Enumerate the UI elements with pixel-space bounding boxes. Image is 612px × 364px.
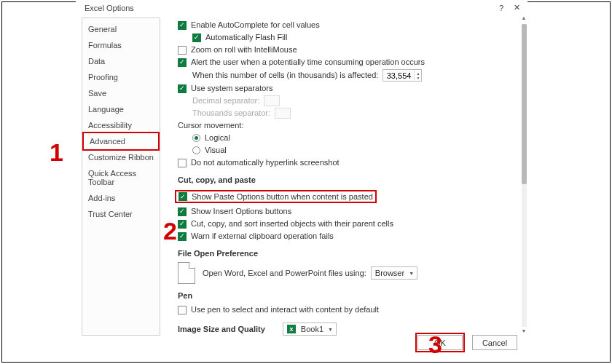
label-logical: Logical	[205, 132, 230, 143]
section-pen: Pen	[178, 291, 523, 300]
section-cut-copy-paste: Cut, copy, and paste	[178, 175, 523, 184]
sidebar-item-trust-center[interactable]: Trust Center	[82, 206, 160, 222]
input-decimal-separator	[264, 95, 280, 106]
sidebar-item-language[interactable]: Language	[82, 101, 160, 117]
spinner-arrows-icon[interactable]: ▲▼	[414, 70, 421, 81]
input-cells-affected[interactable]	[383, 70, 414, 81]
sidebar-item-proofing[interactable]: Proofing	[82, 69, 160, 85]
highlight-paste-options: Show Paste Options button when content i…	[175, 190, 377, 203]
radio-visual[interactable]	[192, 146, 200, 154]
sidebar-item-save[interactable]: Save	[82, 85, 160, 101]
label-visual: Visual	[205, 145, 227, 156]
excel-icon: X	[287, 325, 296, 333]
sidebar-item-accessibility[interactable]: Accessibility	[82, 117, 160, 133]
label-show-paste-options: Show Paste Options button when content i…	[192, 192, 373, 201]
sidebar-item-customize-ribbon[interactable]: Customize Ribbon	[82, 149, 160, 165]
dialog-title: Excel Options	[85, 4, 134, 12]
sidebar-item-quick-access-toolbar[interactable]: Quick Access Toolbar	[82, 165, 160, 190]
checkbox-show-insert-options[interactable]	[178, 207, 187, 216]
close-icon[interactable]: ✕	[514, 3, 520, 12]
checkbox-alert-time[interactable]	[178, 58, 187, 67]
annotation-1: 1	[50, 138, 63, 167]
scroll-down-icon[interactable]: ▼	[520, 328, 527, 336]
sidebar-item-formulas[interactable]: Formulas	[82, 37, 160, 53]
label-cursor-movement: Cursor movement:	[178, 120, 243, 131]
input-thousands-separator	[275, 108, 291, 119]
radio-logical[interactable]	[192, 134, 200, 142]
section-image-size-quality: Image Size and Quality	[178, 324, 265, 335]
label-use-pen: Use pen to select and interact with cont…	[191, 304, 379, 315]
scroll-up-icon[interactable]: ▲	[520, 15, 527, 23]
label-cut-copy-sort-objects: Cut, copy, and sort inserted objects wit…	[191, 218, 393, 229]
sidebar-item-data[interactable]: Data	[82, 53, 160, 69]
help-icon[interactable]: ?	[499, 4, 503, 12]
annotation-3: 3	[428, 331, 442, 359]
label-warn-external-clipboard: Warn if external clipboard operation fai…	[191, 231, 334, 242]
label-thousands-separator: Thousands separator:	[192, 108, 270, 119]
checkbox-system-separators[interactable]	[178, 84, 187, 93]
chevron-down-icon: ▼	[326, 324, 334, 335]
checkbox-zoom-roll[interactable]	[178, 46, 187, 55]
label-autocomplete: Enable AutoComplete for cell values	[191, 20, 320, 31]
sidebar: General Formulas Data Proofing Save Lang…	[82, 17, 160, 336]
dropdown-open-files-using[interactable]: Browser ▼	[371, 266, 417, 280]
spinner-cells-affected[interactable]: ▲▼	[382, 69, 422, 82]
dropdown-value: Browser	[375, 268, 404, 279]
checkbox-show-paste-options[interactable]	[178, 192, 187, 201]
checkbox-autocomplete[interactable]	[178, 21, 187, 30]
label-show-insert-options: Show Insert Options buttons	[191, 206, 291, 217]
label-system-separators: Use system separators	[191, 83, 272, 94]
label-flash-fill: Automatically Flash Fill	[205, 32, 287, 43]
content-panel: Enable AutoComplete for cell values Auto…	[160, 15, 527, 336]
checkbox-cut-copy-sort-objects[interactable]	[178, 220, 187, 229]
sidebar-item-general[interactable]: General	[82, 21, 160, 37]
checkbox-use-pen[interactable]	[178, 306, 187, 314]
chevron-down-icon: ▼	[407, 268, 415, 279]
label-decimal-separator: Decimal separator:	[192, 95, 259, 106]
annotation-2: 2	[163, 217, 177, 245]
label-cells-affected: When this number of cells (in thousands)…	[192, 70, 378, 81]
label-open-files-using: Open Word, Excel and PowerPoint files us…	[203, 268, 366, 279]
titlebar: Excel Options ? ✕	[76, 0, 527, 15]
file-icon	[178, 262, 195, 284]
vertical-scrollbar[interactable]: ▲ ▼	[520, 15, 527, 336]
sidebar-item-addins[interactable]: Add-ins	[82, 190, 160, 206]
section-file-open-preference: File Open Preference	[178, 249, 523, 258]
label-alert-time: Alert the user when a potentially time c…	[191, 57, 425, 68]
cancel-button[interactable]: Cancel	[472, 335, 517, 350]
label-no-hyperlink-screenshot: Do not automatically hyperlink screensho…	[191, 157, 340, 168]
checkbox-no-hyperlink-screenshot[interactable]	[178, 159, 187, 167]
dropdown-image-workbook[interactable]: X Book1 ▼	[283, 323, 337, 336]
checkbox-warn-external-clipboard[interactable]	[178, 232, 187, 241]
excel-options-dialog: Excel Options ? ✕ General Formulas Data …	[76, 0, 527, 357]
scroll-thumb[interactable]	[522, 24, 527, 184]
checkbox-flash-fill[interactable]	[192, 33, 201, 42]
dropdown-book-value: Book1	[301, 324, 323, 335]
sidebar-item-advanced[interactable]: Advanced	[82, 132, 160, 151]
label-zoom-roll: Zoom on roll with IntelliMouse	[191, 44, 297, 55]
